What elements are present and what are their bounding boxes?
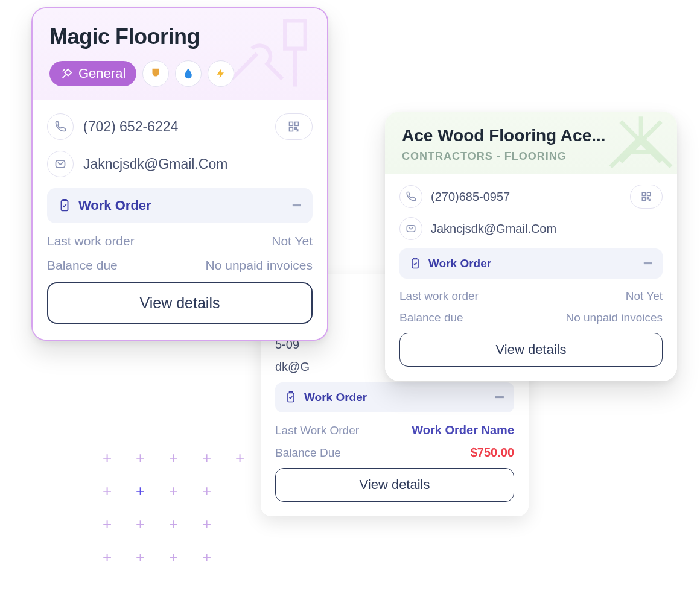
work-order-label: Work Order bbox=[304, 391, 488, 404]
view-details-button[interactable]: View details bbox=[399, 333, 663, 367]
qr-icon bbox=[641, 191, 652, 202]
last-work-order-value: Work Order Name bbox=[412, 423, 514, 437]
vendor-subtitle: CONTRACTORS - FLOORING bbox=[402, 150, 660, 163]
clipboard-icon bbox=[409, 258, 421, 270]
paint-icon bbox=[149, 67, 162, 80]
work-order-toggle[interactable]: Work Order − bbox=[47, 188, 313, 223]
balance-due-value: No unpaid invoices bbox=[565, 311, 663, 324]
decorative-plus-grid: +++++ ++++ ++++ ++++ bbox=[91, 441, 256, 574]
phone-value: (702) 652-6224 bbox=[83, 119, 266, 135]
phone-icon bbox=[399, 185, 422, 208]
vendor-title: Ace Wood Flooring Ace... bbox=[402, 126, 660, 145]
email-value: Jakncjsdk@Gmail.Com bbox=[83, 156, 313, 172]
water-icon bbox=[182, 67, 194, 80]
water-icon[interactable] bbox=[175, 60, 202, 87]
vendor-card-magic: Magic Flooring General bbox=[31, 7, 328, 341]
work-order-label: Work Order bbox=[428, 257, 636, 270]
qr-button[interactable] bbox=[275, 113, 313, 140]
phone-icon bbox=[47, 113, 74, 140]
clipboard-icon bbox=[285, 391, 297, 403]
last-work-order-value: Not Yet bbox=[626, 289, 663, 303]
balance-due-label: Balance Due bbox=[275, 446, 341, 460]
category-chip-general[interactable]: General bbox=[49, 61, 136, 86]
work-order-label: Work Order bbox=[78, 198, 285, 213]
view-details-button[interactable]: View details bbox=[47, 282, 313, 324]
clipboard-icon bbox=[58, 199, 71, 212]
balance-due-value: No unpaid invoices bbox=[206, 258, 313, 273]
last-work-order-label: Last Work Order bbox=[275, 424, 359, 437]
qr-icon bbox=[288, 121, 300, 133]
qr-button[interactable] bbox=[630, 185, 663, 209]
tools-icon bbox=[60, 67, 74, 80]
view-details-button[interactable]: View details bbox=[275, 468, 514, 502]
work-order-toggle[interactable]: Work Order − bbox=[275, 382, 514, 412]
phone-value: (270)685-0957 bbox=[431, 190, 622, 204]
last-work-order-label: Last work order bbox=[399, 289, 479, 303]
vendor-title: Magic Flooring bbox=[49, 24, 310, 49]
last-work-order-label: Last work order bbox=[47, 234, 135, 248]
category-chip-label: General bbox=[78, 66, 126, 81]
svg-rect-1 bbox=[290, 122, 293, 126]
svg-rect-3 bbox=[290, 128, 293, 131]
bolt-icon bbox=[215, 67, 227, 80]
balance-due-value: $750.00 bbox=[471, 446, 514, 460]
email-icon bbox=[399, 217, 422, 240]
email-icon bbox=[47, 151, 74, 177]
svg-rect-7 bbox=[648, 192, 651, 195]
work-order-toggle[interactable]: Work Order − bbox=[399, 248, 663, 279]
email-value: Jakncjsdk@Gmail.Com bbox=[431, 222, 663, 236]
paint-icon[interactable] bbox=[142, 60, 169, 87]
balance-due-label: Balance due bbox=[399, 311, 463, 324]
last-work-order-value: Not Yet bbox=[272, 234, 313, 248]
balance-due-label: Balance due bbox=[47, 258, 118, 273]
svg-rect-6 bbox=[642, 192, 645, 195]
svg-rect-2 bbox=[295, 122, 299, 126]
vendor-card-ace: Ace Wood Flooring Ace... CONTRACTORS - F… bbox=[385, 112, 677, 381]
svg-rect-8 bbox=[642, 198, 645, 201]
bolt-icon[interactable] bbox=[208, 60, 234, 87]
